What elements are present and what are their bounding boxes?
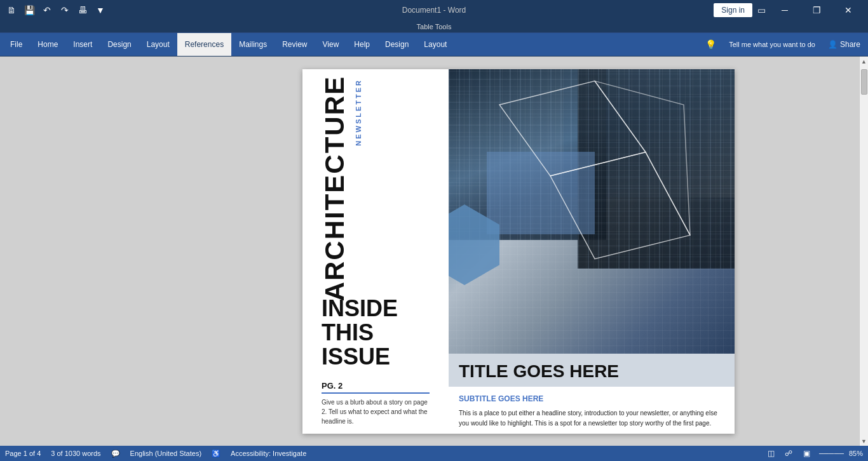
tab-references[interactable]: References (177, 33, 231, 56)
page2-label: PG. 2 (322, 381, 430, 394)
document-area: ARCHITECTURE NEWSLETTER INSIDE THIS ISSU… (178, 57, 859, 446)
customize-icon[interactable]: ▼ (94, 4, 107, 17)
language-icon: 💬 (111, 450, 120, 458)
tab-mailings[interactable]: Mailings (231, 33, 275, 56)
undo-icon[interactable]: ↶ (41, 4, 53, 17)
page2-text: Give us a blurb about a story on page 2.… (322, 398, 430, 426)
status-bar-right: ◫ ☍ ▣ ───── 85% (763, 448, 863, 458)
sign-in-button[interactable]: Sign in (714, 3, 752, 17)
vertical-scrollbar[interactable]: ▲ ▼ (859, 57, 868, 446)
scroll-thumb[interactable] (861, 69, 867, 95)
hexagon-decoration (449, 204, 493, 277)
tab-design[interactable]: Design (100, 33, 139, 56)
tell-me-field[interactable]: Tell me what you want to do (721, 33, 823, 56)
scroll-down-arrow[interactable]: ▼ (860, 436, 869, 446)
tab-review[interactable]: Review (275, 33, 315, 56)
lightbulb-icon: 💡 (705, 39, 716, 50)
newsletter-label: NEWSLETTER (355, 79, 362, 146)
read-mode-view-icon[interactable]: ☍ (781, 448, 796, 458)
main-area: ARCHITECTURE NEWSLETTER INSIDE THIS ISSU… (0, 57, 868, 446)
accessibility-icon: ♿ (212, 450, 220, 458)
inside-this-issue-title: INSIDE THIS ISSUE (322, 297, 430, 368)
table-tools-bar: Table Tools (0, 20, 868, 33)
tab-table-design[interactable]: Design (377, 33, 416, 56)
page-left-column: ARCHITECTURE NEWSLETTER INSIDE THIS ISSU… (302, 69, 449, 434)
ribbon-right: 💡 Tell me what you want to do 👤 Share (705, 33, 865, 56)
zoom-level: ───── (819, 450, 844, 457)
title-section: TITLE GOES HERE SUBTITLE GOES HERE This … (449, 354, 735, 434)
building-photo (449, 69, 735, 354)
web-layout-view-icon[interactable]: ▣ (799, 448, 814, 458)
tab-help[interactable]: Help (346, 33, 377, 56)
inside-section: INSIDE THIS ISSUE PG. 2 Give us a blurb … (302, 284, 449, 434)
tab-layout[interactable]: Layout (139, 33, 177, 56)
ribbon: File Home Insert Design Layout Reference… (0, 33, 868, 57)
tab-file[interactable]: File (3, 33, 30, 56)
close-button[interactable]: ✕ (834, 0, 863, 20)
restore-button[interactable]: ❐ (802, 0, 831, 20)
table-tools-label: Table Tools (417, 23, 452, 30)
page-right-column: TITLE GOES HERE SUBTITLE GOES HERE This … (449, 69, 735, 434)
ribbon-display-icon[interactable]: ▭ (755, 4, 768, 17)
accessibility-label[interactable]: Accessibility: Investigate (231, 450, 306, 457)
tab-view[interactable]: View (315, 33, 347, 56)
word-icon[interactable]: 🗎 (5, 4, 18, 17)
person-icon: 👤 (828, 40, 837, 49)
language-label: English (United States) (130, 450, 202, 457)
tab-home[interactable]: Home (30, 33, 65, 56)
page2-item: PG. 2 Give us a blurb about a story on p… (322, 381, 430, 426)
document-main-title: TITLE GOES HERE (459, 361, 724, 382)
architecture-title: ARCHITECTURE (322, 76, 348, 301)
print-layout-view-icon[interactable]: ◫ (763, 448, 778, 458)
scroll-track[interactable] (860, 67, 868, 436)
title-bar: 🗎 💾 ↶ ↷ 🖶 ▼ Document1 - Word Sign in ▭ ─… (0, 0, 868, 20)
tab-table-layout[interactable]: Layout (416, 33, 454, 56)
tab-insert[interactable]: Insert (65, 33, 100, 56)
left-margin (0, 57, 178, 446)
document-body-text: This is a place to put either a headline… (459, 408, 724, 429)
share-button[interactable]: 👤 Share (828, 40, 860, 49)
title-box: TITLE GOES HERE (449, 354, 735, 387)
hex-shape (449, 204, 499, 285)
document-subtitle: SUBTITLE GOES HERE (459, 394, 724, 403)
subtitle-body-section: SUBTITLE GOES HERE This is a place to pu… (449, 387, 735, 434)
ribbon-tabs: File Home Insert Design Layout Reference… (0, 33, 868, 56)
minimize-button[interactable]: ─ (770, 0, 799, 20)
scroll-up-arrow[interactable]: ▲ (860, 57, 869, 67)
building-photo-area (449, 69, 735, 354)
status-bar: Page 1 of 4 3 of 1030 words 💬 English (U… (0, 446, 868, 461)
document-title: Document1 - Word (402, 6, 466, 15)
document-page: ARCHITECTURE NEWSLETTER INSIDE THIS ISSU… (302, 69, 735, 434)
quick-print-icon[interactable]: 🖶 (76, 4, 89, 17)
view-icons: ◫ ☍ ▣ (763, 448, 814, 458)
title-bar-left: 🗎 💾 ↶ ↷ 🖶 ▼ (5, 4, 107, 17)
title-bar-right: Sign in ▭ ─ ❐ ✕ (714, 0, 863, 20)
blue-rectangle-overlay (487, 152, 595, 234)
zoom-percentage: 85% (849, 450, 863, 457)
save-icon[interactable]: 💾 (23, 4, 36, 17)
redo-icon[interactable]: ↷ (58, 4, 71, 17)
architecture-section: ARCHITECTURE NEWSLETTER (302, 69, 449, 279)
word-count: 3 of 1030 words (51, 450, 100, 457)
page-info: Page 1 of 4 (5, 450, 41, 457)
